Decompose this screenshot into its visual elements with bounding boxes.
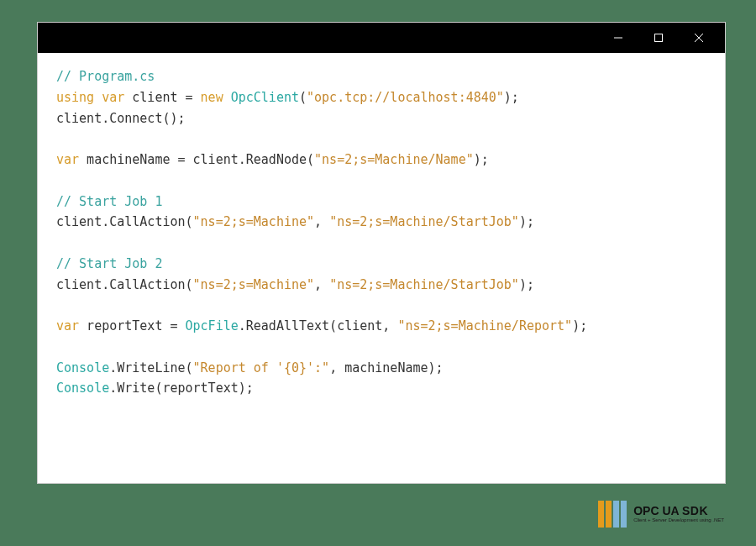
code-string: "Report of '{0}':" bbox=[193, 360, 330, 375]
code-comment: // Start Job 1 bbox=[56, 194, 162, 209]
code-area: // Program.cs using var client = new Opc… bbox=[38, 53, 725, 483]
code-comment: // Program.cs bbox=[56, 69, 155, 84]
code-string: "ns=2;s=Machine/Report" bbox=[397, 318, 572, 333]
code-comment: // Start Job 2 bbox=[56, 256, 162, 271]
code-keyword: using bbox=[56, 90, 94, 105]
logo-bars-icon bbox=[598, 501, 627, 528]
code-type: Console bbox=[56, 360, 109, 375]
maximize-icon bbox=[654, 33, 664, 43]
minimize-icon bbox=[613, 33, 623, 43]
sdk-logo: OPC UA SDK Client + Server Development u… bbox=[598, 501, 724, 528]
svg-rect-1 bbox=[655, 34, 663, 42]
code-string: "ns=2;s=Machine/StartJob" bbox=[329, 277, 519, 292]
code-type: Console bbox=[56, 381, 109, 396]
code-text: client.Connect(); bbox=[56, 111, 186, 126]
code-text: client = bbox=[124, 90, 200, 105]
code-string: "ns=2;s=Machine" bbox=[193, 214, 315, 229]
code-keyword: var bbox=[56, 152, 79, 167]
code-string: "opc.tcp://localhost:4840" bbox=[307, 90, 504, 105]
window-titlebar bbox=[38, 23, 725, 53]
code-string: "ns=2;s=Machine" bbox=[193, 277, 315, 292]
code-keyword: var bbox=[102, 90, 124, 105]
close-icon bbox=[693, 32, 705, 44]
maximize-button[interactable] bbox=[639, 23, 678, 53]
minimize-button[interactable] bbox=[599, 23, 638, 53]
code-type: OpcFile bbox=[186, 318, 239, 333]
code-string: "ns=2;s=Machine/Name" bbox=[314, 152, 474, 167]
code-type: OpcClient bbox=[231, 90, 299, 105]
logo-text: OPC UA SDK Client + Server Development u… bbox=[633, 505, 724, 522]
code-keyword: var bbox=[56, 318, 79, 333]
code-keyword: new bbox=[201, 90, 223, 105]
code-string: "ns=2;s=Machine/StartJob" bbox=[329, 214, 519, 229]
terminal-window: // Program.cs using var client = new Opc… bbox=[37, 22, 726, 484]
close-button[interactable] bbox=[680, 23, 718, 53]
